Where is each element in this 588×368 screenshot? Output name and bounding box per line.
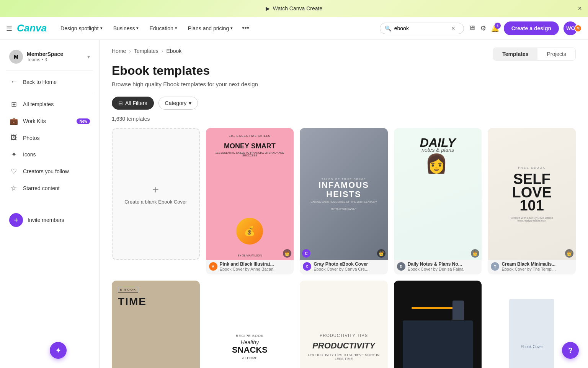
back-arrow-icon: ← [9, 78, 18, 86]
nav-more-button[interactable]: ••• [239, 21, 252, 35]
template-author: Ebook Cover by The Templ... [501, 267, 555, 271]
help-button[interactable]: ? [562, 342, 579, 359]
chevron-down-icon: ▾ [175, 26, 177, 31]
breadcrumb-home[interactable]: Home [112, 48, 126, 54]
desktop-icon-button[interactable]: 🖥 [469, 24, 475, 32]
banner-close-button[interactable]: × [578, 5, 582, 13]
workspace-avatar: M [9, 50, 23, 64]
canva-logo[interactable]: Canva [17, 22, 47, 34]
template-count: 1,630 templates [112, 116, 576, 122]
sidebar-item-work-kits[interactable]: 💼 Work Kits New [3, 113, 96, 129]
nav-education[interactable]: Education ▾ [145, 22, 181, 34]
tab-projects[interactable]: Projects [537, 48, 575, 60]
template-author: Ebook Cover by Anne Bacani [220, 267, 274, 271]
template-card-white-ebook[interactable]: Ebook Cover W White Ebook Cover Ebook Co… [488, 281, 576, 368]
blank-card-label: Create a blank Ebook Cover [121, 199, 190, 205]
search-input[interactable] [394, 25, 448, 31]
main-layout: M MemberSpace Teams • 3 ▾ ← Back to Home… [0, 40, 588, 368]
workspace-chevron-icon: ▾ [87, 54, 90, 60]
nav-menu: Design spotlight ▾ Business ▾ Education … [56, 21, 252, 35]
sidebar-back-label: Back to Home [23, 79, 90, 85]
creators-follow-label: Creators you follow [23, 168, 90, 174]
new-badge: New [77, 118, 90, 124]
page-title: Ebook templates [112, 64, 576, 78]
breadcrumb-templates[interactable]: Templates [134, 48, 158, 54]
chevron-down-icon: ▾ [100, 26, 103, 31]
template-name: Gray Photo eBook Cover [314, 261, 368, 267]
sidebar-item-back[interactable]: ← Back to Home [3, 74, 96, 90]
workspace-teams: Teams • 3 [27, 57, 83, 62]
sidebar-item-creators-follow[interactable]: ♡ Creators you follow [3, 163, 96, 179]
chevron-down-icon: ▾ [136, 26, 139, 31]
sidebar-item-all-templates[interactable]: ⊞ All templates [3, 96, 96, 112]
template-card-productivity[interactable]: PRODUCTIVITY TIPS PRODUCTIVITY PRODUCTIV… [300, 281, 388, 368]
content-tabs: Templates Projects [493, 48, 576, 61]
workspace-name: MemberSpace [27, 51, 83, 57]
template-name: Cream Black Minimalis... [501, 261, 555, 267]
nav-right: 🔍 ✕ 🖥 ⚙ 🔔 6 Create a design WC M [380, 21, 582, 35]
template-name: Pink and Black Illustrat... [220, 261, 274, 267]
crown-badge: 👑 [377, 249, 385, 258]
apps-star-icon: ✦ [55, 346, 62, 355]
search-icon: 🔍 [385, 25, 391, 31]
template-card-dark-laptop[interactable]: D Dark Ebook Cover Ebook Cover [394, 281, 482, 368]
template-card-snacks[interactable]: RECIPE BOOK Healthy SNACKS AT HOME H Hea… [206, 281, 294, 368]
star-icon: ☆ [9, 184, 18, 192]
banner-text: ▶ Watch Canva Create [266, 5, 322, 12]
heart-icon: ♡ [9, 167, 18, 176]
hamburger-button[interactable]: ☰ [6, 24, 12, 33]
icons-label: Icons [23, 151, 90, 158]
nav-plans-pricing[interactable]: Plans and pricing ▾ [183, 22, 237, 34]
starred-label: Starred content [23, 185, 90, 191]
template-grid: + Create a blank Ebook Cover 101 ESSENTI… [112, 128, 576, 368]
filter-icon: ⊟ [118, 100, 123, 106]
navbar: ☰ Canva Design spotlight ▾ Business ▾ Ed… [0, 17, 588, 40]
play-icon: ▶ [266, 5, 270, 12]
work-kits-label: Work Kits [23, 118, 72, 124]
search-box: 🔍 ✕ [380, 23, 464, 34]
workspace-info: MemberSpace Teams • 3 [27, 51, 83, 62]
author-avatar: A [209, 262, 217, 271]
breadcrumb-current: Ebook [167, 48, 182, 54]
workspace-selector[interactable]: M MemberSpace Teams • 3 ▾ [3, 46, 96, 67]
photos-label: Photos [23, 135, 90, 141]
icons-icon: ✦ [9, 150, 18, 159]
author-avatar: T [491, 262, 499, 271]
template-card-daily-notes[interactable]: DAILY notes & plans 👩 👑 D Daily Notes & … [394, 128, 482, 274]
canva-apps-button[interactable]: ✦ [50, 342, 67, 359]
create-blank-card[interactable]: + Create a blank Ebook Cover [112, 128, 200, 260]
plus-icon: + [153, 184, 159, 196]
nav-design-spotlight[interactable]: Design spotlight ▾ [56, 22, 107, 34]
canva-badge: C [302, 249, 310, 258]
breadcrumb-sep-1: › [129, 48, 131, 54]
create-design-button[interactable]: Create a design [504, 21, 559, 35]
invite-members-button[interactable]: Invite members [3, 209, 96, 231]
breadcrumb-sep-2: › [162, 48, 163, 54]
template-card-self-love[interactable]: FREE EBOOK SELFLOVE101 Created With Love… [488, 128, 576, 274]
sidebar: M MemberSpace Teams • 3 ▾ ← Back to Home… [0, 40, 100, 368]
nav-business[interactable]: Business ▾ [109, 22, 144, 34]
settings-icon-button[interactable]: ⚙ [480, 24, 486, 33]
top-banner: ▶ Watch Canva Create × [0, 0, 588, 17]
user-avatar-group[interactable]: WC M [564, 21, 582, 35]
photos-icon: 🖼 [9, 134, 18, 142]
tab-templates[interactable]: Templates [493, 48, 537, 60]
invite-icon [9, 213, 23, 227]
sidebar-item-photos[interactable]: 🖼 Photos [3, 130, 96, 146]
template-card-money-smart[interactable]: 101 ESSENTIAL SKILLS MONEY SMART 101 ESS… [206, 128, 294, 274]
notifications-button[interactable]: 🔔 6 [491, 24, 499, 33]
sidebar-item-icons[interactable]: ✦ Icons [3, 146, 96, 163]
all-filters-button[interactable]: ⊟ All Filters [112, 97, 154, 110]
crown-badge: 👑 [471, 249, 479, 258]
template-card-time[interactable]: E-BOOK TIME T Time Ebook Ebook Cover [112, 281, 200, 368]
main-content: Home › Templates › Ebook Templates Proje… [100, 40, 588, 368]
page-subtitle: Browse high quality Ebook templates for … [112, 81, 576, 87]
template-card-infamous[interactable]: TALES OF TRUE CRIME INFAMOUS HEISTS DARI… [300, 128, 388, 274]
search-clear-button[interactable]: ✕ [451, 25, 456, 31]
user-avatar-sub: M [574, 25, 582, 32]
sidebar-item-starred[interactable]: ☆ Starred content [3, 180, 96, 196]
author-avatar: C [303, 262, 311, 271]
crown-badge: 👑 [565, 249, 573, 258]
category-filter-button[interactable]: Category ▾ [158, 97, 198, 110]
author-avatar: D [397, 262, 405, 271]
